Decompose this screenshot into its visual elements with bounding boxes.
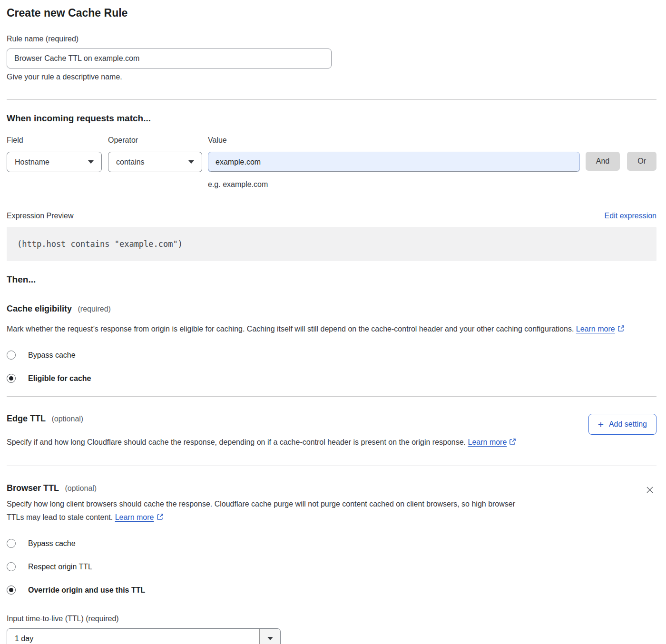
ttl-group: Input time-to-live (TTL) (required) 1 da… <box>7 615 656 644</box>
divider <box>7 99 656 100</box>
or-button[interactable]: Or <box>627 152 656 171</box>
external-link-icon <box>157 511 164 525</box>
cache-eligibility-title: Cache eligibility <box>7 304 72 313</box>
radio-circle-checked <box>7 374 16 383</box>
browser-ttl-description: Specify how long client browsers should … <box>7 498 532 525</box>
field-select[interactable]: Hostname <box>7 152 102 172</box>
external-link-icon <box>617 323 625 336</box>
value-label: Value <box>208 136 580 145</box>
ttl-select-arrow-segment[interactable] <box>259 629 280 644</box>
rule-name-group: Rule name (required) Give your rule a de… <box>7 35 656 81</box>
then-heading: Then... <box>7 274 656 285</box>
external-link-icon <box>509 436 516 449</box>
browser-ttl-header: Browser TTL (optional) <box>7 483 656 497</box>
create-cache-rule-form: Create new Cache Rule Rule name (require… <box>0 0 666 644</box>
match-row: Field Hostname Operator contains Value e… <box>7 136 656 189</box>
cache-eligibility-requirement: (required) <box>78 305 111 313</box>
match-heading: When incoming requests match... <box>7 113 656 124</box>
operator-select-value: contains <box>116 158 145 166</box>
rule-name-label: Rule name (required) <box>7 35 656 43</box>
value-column: Value e.g. example.com <box>208 136 580 189</box>
edge-ttl-learn-more-link[interactable]: Learn more <box>468 438 507 446</box>
add-setting-button[interactable]: + Add setting <box>588 414 656 435</box>
divider <box>7 466 656 466</box>
field-column: Field Hostname <box>7 136 102 172</box>
radio-circle-unchecked <box>7 539 16 548</box>
radio-respect-origin-ttl[interactable]: Respect origin TTL <box>7 562 656 571</box>
divider <box>7 396 656 397</box>
radio-bypass-cache[interactable]: Bypass cache <box>7 351 656 360</box>
browser-ttl-title: Browser TTL <box>7 483 59 493</box>
operator-label: Operator <box>108 136 202 145</box>
rule-name-input[interactable] <box>7 49 332 68</box>
edge-ttl-title-wrap: Edge TTL (optional) <box>7 414 83 424</box>
expression-preview-label: Expression Preview <box>7 212 74 220</box>
edit-expression-link[interactable]: Edit expression <box>605 212 656 220</box>
cache-eligibility-learn-more-link[interactable]: Learn more <box>576 325 615 333</box>
and-button[interactable]: And <box>586 152 620 171</box>
chevron-down-icon <box>188 160 194 164</box>
edge-ttl-title: Edge TTL <box>7 414 46 423</box>
expression-code-block: (http.host contains "example.com") <box>7 227 656 261</box>
chevron-down-icon <box>88 160 94 164</box>
cache-eligibility-description-text: Mark whether the request’s response from… <box>7 325 574 333</box>
browser-ttl-requirement: (optional) <box>65 484 97 492</box>
edge-ttl-header: Edge TTL (optional) + Add setting <box>7 414 656 435</box>
edge-ttl-description: Specify if and how long Cloudflare shoul… <box>7 436 532 449</box>
page-title: Create new Cache Rule <box>7 7 656 20</box>
browser-ttl-description-text: Specify how long client browsers should … <box>7 500 515 521</box>
edge-ttl-section: Edge TTL (optional) + Add setting Specif… <box>7 414 656 449</box>
radio-label: Bypass cache <box>28 539 76 548</box>
operator-column: Operator contains <box>108 136 202 172</box>
operator-select[interactable]: contains <box>108 152 202 172</box>
edge-ttl-description-text: Specify if and how long Cloudflare shoul… <box>7 438 466 446</box>
add-setting-label: Add setting <box>609 420 647 429</box>
ttl-select-value: 1 day <box>7 629 259 644</box>
field-select-value: Hostname <box>15 158 49 166</box>
close-icon <box>645 489 655 496</box>
radio-label: Override origin and use this TTL <box>28 586 145 595</box>
field-label: Field <box>7 136 102 145</box>
radio-eligible-for-cache[interactable]: Eligible for cache <box>7 374 656 383</box>
radio-browser-bypass-cache[interactable]: Bypass cache <box>7 539 656 548</box>
browser-ttl-title-wrap: Browser TTL (optional) <box>7 483 97 493</box>
value-hint: e.g. example.com <box>208 180 580 189</box>
ttl-select[interactable]: 1 day <box>7 628 281 644</box>
radio-override-origin-ttl[interactable]: Override origin and use this TTL <box>7 585 656 595</box>
cache-eligibility-description: Mark whether the request’s response from… <box>7 322 656 336</box>
radio-circle-unchecked <box>7 562 16 571</box>
browser-ttl-learn-more-link[interactable]: Learn more <box>115 513 154 521</box>
edge-ttl-requirement: (optional) <box>51 415 83 423</box>
ttl-label: Input time-to-live (TTL) (required) <box>7 615 656 623</box>
expression-code: (http.host contains "example.com") <box>17 239 183 249</box>
rule-name-help: Give your rule a descriptive name. <box>7 73 656 81</box>
chevron-down-icon <box>267 637 273 640</box>
radio-label: Respect origin TTL <box>28 563 92 571</box>
browser-ttl-section: Browser TTL (optional) Specify how long … <box>7 483 656 644</box>
radio-label: Eligible for cache <box>28 374 91 383</box>
cache-eligibility-header: Cache eligibility (required) <box>7 304 656 314</box>
expression-header: Expression Preview Edit expression <box>7 212 656 220</box>
value-input[interactable] <box>208 152 580 172</box>
cache-eligibility-section: Cache eligibility (required) Mark whethe… <box>7 304 656 383</box>
radio-circle-checked <box>7 585 16 595</box>
radio-label: Bypass cache <box>28 351 76 360</box>
plus-icon: + <box>598 420 604 429</box>
radio-circle-unchecked <box>7 351 16 360</box>
andor-buttons: And Or <box>586 136 656 171</box>
close-button[interactable] <box>643 483 656 497</box>
